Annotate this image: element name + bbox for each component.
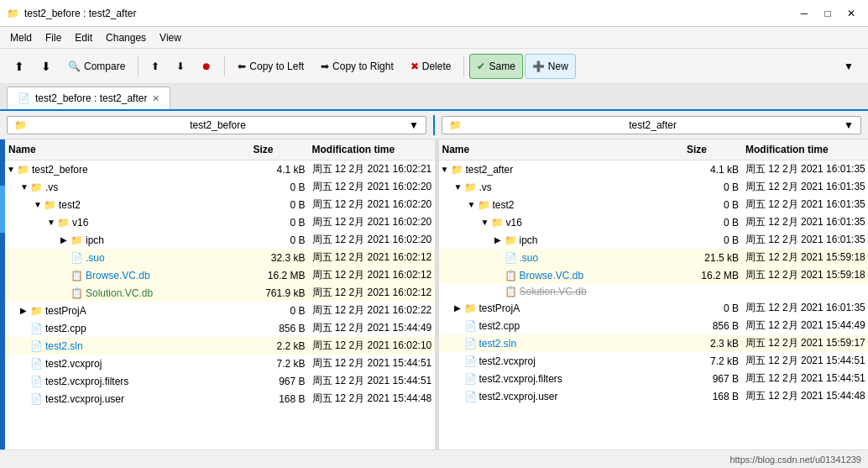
table-row[interactable]: ▼📁.vs0 B周五 12 2月 2021 16:02:20: [5, 178, 435, 196]
table-row[interactable]: 📄.suo32.3 kB周五 12 2月 2021 16:02:12: [5, 249, 435, 266]
file-name-label: test2.cpp: [45, 323, 86, 334]
table-row[interactable]: ▼📁test20 B周五 12 2月 2021 16:01:35: [439, 196, 869, 213]
table-row[interactable]: 📄test2.cpp856 B周五 12 2月 2021 15:44:49: [439, 317, 869, 334]
table-row[interactable]: ▼📁.vs0 B周五 12 2月 2021 16:01:35: [439, 178, 869, 196]
expand-icon[interactable]: ▶: [60, 235, 71, 245]
file-time-cell: 周五 12 2月 2021 16:02:20: [309, 214, 435, 230]
same-button[interactable]: ✔ Same: [469, 54, 522, 79]
prev-change-button[interactable]: ⬆: [7, 54, 32, 79]
table-row[interactable]: ▼📁test20 B周五 12 2月 2021 16:02:20: [5, 196, 435, 213]
folder-icon: 📁: [464, 302, 477, 314]
menu-changes[interactable]: Changes: [99, 29, 153, 46]
record-button[interactable]: ⏺: [194, 54, 219, 79]
file-name-label: test2.vcxproj.user: [45, 393, 124, 405]
menu-meld[interactable]: Meld: [3, 29, 39, 46]
file-time-cell: 周五 12 2月 2021 16:02:12: [309, 285, 435, 301]
table-row[interactable]: 📄test2.sln2.3 kB周五 12 2月 2021 15:59:17: [439, 334, 869, 352]
file-size-cell: 967 B: [250, 375, 309, 388]
expand-icon[interactable]: ▼: [47, 218, 57, 227]
table-row[interactable]: ▶📁ipch0 B周五 12 2月 2021 16:01:35: [439, 231, 869, 249]
file-time-cell: 周五 12 2月 2021 16:02:20: [309, 179, 435, 195]
delete-icon: ✖: [410, 60, 419, 72]
compare-button[interactable]: 🔍 Compare: [60, 54, 133, 79]
expand-icon[interactable]: ▼: [481, 218, 491, 227]
file-name-cell: 📄.suo: [5, 251, 250, 265]
expand-icon[interactable]: ▼: [20, 182, 30, 192]
table-row[interactable]: ▶📁testProjA0 B周五 12 2月 2021 16:02:22: [5, 302, 435, 319]
file-name-label: .suo: [520, 252, 539, 264]
table-row[interactable]: 📄test2.vcxproj.user168 B周五 12 2月 2021 15…: [5, 390, 435, 408]
file-size-cell: 0 B: [250, 198, 309, 212]
delete-button[interactable]: ✖ Delete: [403, 54, 459, 79]
file-time-cell: 周五 12 2月 2021 16:01:35: [742, 300, 868, 316]
table-row[interactable]: 📄test2.cpp856 B周五 12 2月 2021 15:44:49: [5, 319, 435, 337]
file-name-cell: ▶📁ipch: [439, 234, 684, 247]
table-row[interactable]: 📄.suo21.5 kB周五 12 2月 2021 15:59:18: [439, 249, 869, 266]
table-row[interactable]: ▼📁v160 B周五 12 2月 2021 16:02:20: [5, 213, 435, 231]
file-size-cell: 0 B: [250, 234, 309, 247]
table-row[interactable]: 📄test2.vcxproj7.2 kB周五 12 2月 2021 15:44:…: [439, 352, 869, 370]
next-change-button[interactable]: ⬇: [34, 54, 59, 79]
menu-file[interactable]: File: [39, 29, 68, 46]
table-row[interactable]: ▼📁test2_before4.1 kB周五 12 2月 2021 16:02:…: [5, 160, 435, 178]
copy-to-left-button[interactable]: ⬅ Copy to Left: [230, 54, 311, 79]
file-icon: 📄: [30, 340, 43, 352]
down-button[interactable]: ⬇: [169, 54, 192, 79]
expand-icon[interactable]: ▼: [34, 200, 44, 209]
copy-to-right-button[interactable]: ➡ Copy to Right: [313, 54, 401, 79]
up-arrow-icon: ⬆: [14, 60, 24, 73]
folder-icon-left: 📁: [14, 119, 27, 131]
expand-icon[interactable]: ▼: [454, 182, 464, 192]
table-row[interactable]: 📋Solution.VC.db761.9 kB周五 12 2月 2021 16:…: [5, 284, 435, 302]
expand-icon[interactable]: ▶: [494, 235, 505, 245]
table-row[interactable]: 📋Solution.VC.db: [439, 284, 869, 299]
table-row[interactable]: 📄test2.vcxproj7.2 kB周五 12 2月 2021 15:44:…: [5, 355, 435, 372]
up-button[interactable]: ⬆: [144, 54, 167, 79]
right-size-header: Size: [683, 142, 742, 157]
file-name-cell: 📄test2.vcxproj.filters: [439, 372, 684, 386]
folder-icon: 📁: [30, 305, 43, 317]
left-path-dropdown[interactable]: 📁 test2_before ▼: [7, 116, 426, 134]
more-button[interactable]: ▼: [836, 54, 861, 79]
new-button[interactable]: ➕ New: [525, 54, 576, 79]
expand-icon[interactable]: ▼: [7, 165, 17, 174]
maximize-button[interactable]: □: [818, 5, 838, 22]
expand-icon[interactable]: ▼: [441, 165, 451, 174]
table-row[interactable]: 📋Browse.VC.db16.2 MB周五 12 2月 2021 16:02:…: [5, 266, 435, 284]
right-path-dropdown[interactable]: 📁 test2_after ▼: [442, 116, 861, 134]
file-time-cell: 周五 12 2月 2021 16:02:21: [309, 161, 435, 177]
right-file-pane[interactable]: Name Size Modification time ▼📁test2_afte…: [439, 139, 869, 450]
record-icon: ⏺: [201, 60, 212, 72]
table-row[interactable]: ▶📁testProjA0 B周五 12 2月 2021 16:01:35: [439, 299, 869, 317]
menu-edit[interactable]: Edit: [68, 29, 99, 46]
table-row[interactable]: 📋Browse.VC.db16.2 MB周五 12 2月 2021 15:59:…: [439, 266, 869, 284]
table-row[interactable]: ▼📁v160 B周五 12 2月 2021 16:01:35: [439, 213, 869, 231]
file-time-cell: 周五 12 2月 2021 16:02:20: [309, 232, 435, 248]
file-time-cell: 周五 12 2月 2021 16:02:22: [309, 302, 435, 318]
expand-icon[interactable]: ▶: [20, 306, 30, 315]
file-time-cell: 周五 12 2月 2021 15:59:17: [742, 335, 868, 351]
tab-close-button[interactable]: ✕: [152, 93, 159, 104]
tab-compare[interactable]: 📄 test2_before : test2_after ✕: [7, 87, 170, 109]
file-time-cell: 周五 12 2月 2021 16:02:10: [309, 338, 435, 354]
file-time-cell: 周五 12 2月 2021 16:02:12: [309, 267, 435, 283]
table-row[interactable]: 📄test2.vcxproj.filters967 B周五 12 2月 2021…: [439, 370, 869, 387]
table-row[interactable]: 📄test2.sln2.2 kB周五 12 2月 2021 16:02:10: [5, 337, 435, 355]
folder-icon-right: 📁: [449, 119, 462, 131]
expand-icon[interactable]: ▶: [454, 303, 464, 313]
table-row[interactable]: ▶📁ipch0 B周五 12 2月 2021 16:02:20: [5, 231, 435, 249]
table-row[interactable]: 📄test2.vcxproj.user168 B周五 12 2月 2021 15…: [439, 387, 869, 405]
expand-icon[interactable]: ▼: [468, 200, 478, 209]
file-size-cell: 168 B: [683, 390, 742, 403]
title-bar-controls: ─ □ ✕: [794, 5, 861, 22]
file-icon: 📄: [30, 358, 43, 370]
minimize-button[interactable]: ─: [794, 5, 814, 22]
file-time-cell: 周五 12 2月 2021 16:02:20: [309, 197, 435, 213]
close-button[interactable]: ✕: [841, 5, 861, 22]
down-icon: ⬇: [176, 60, 185, 72]
left-file-pane[interactable]: Name Size Modification time ▼📁test2_befo…: [5, 139, 436, 450]
menu-view[interactable]: View: [153, 29, 188, 46]
table-row[interactable]: ▼📁test2_after4.1 kB周五 12 2月 2021 16:01:3…: [439, 160, 869, 178]
folder-icon: 📁: [491, 217, 504, 229]
table-row[interactable]: 📄test2.vcxproj.filters967 B周五 12 2月 2021…: [5, 372, 435, 390]
